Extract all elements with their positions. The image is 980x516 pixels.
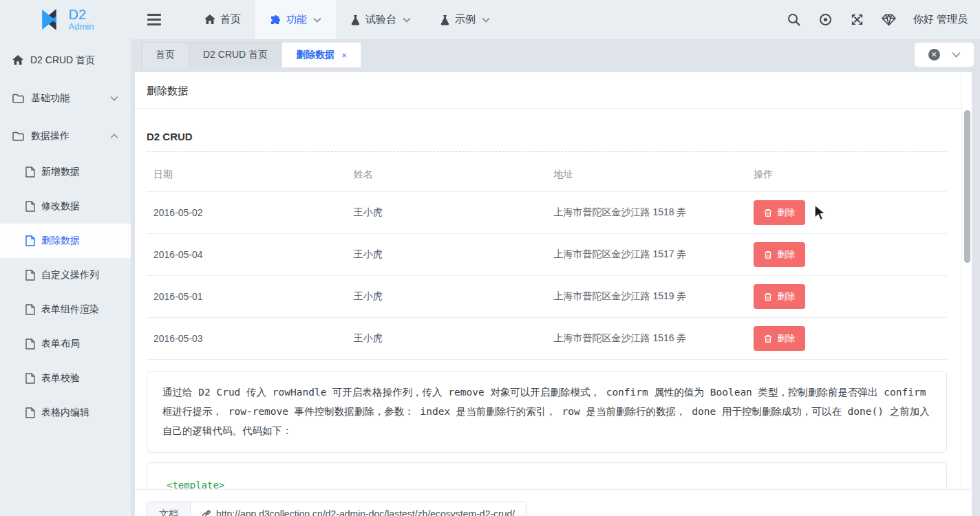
table-header-row: 日期 姓名 地址 操作 — [147, 155, 947, 192]
delete-button-label: 删除 — [777, 248, 795, 261]
fullscreen-button[interactable] — [844, 7, 871, 33]
tab-label: 删除数据 — [296, 49, 334, 61]
nav-item-features[interactable]: 功能 — [255, 0, 336, 39]
delete-button[interactable]: 删除 — [754, 326, 805, 351]
sidebar-item-label: 自定义操作列 — [41, 269, 99, 281]
sidebar-item-label: 表单布局 — [41, 338, 80, 350]
sidebar-item-label: 修改数据 — [41, 200, 80, 213]
nav-item-home[interactable]: 首页 — [190, 0, 255, 39]
trash-icon — [764, 250, 772, 259]
chevron-down-icon — [110, 96, 118, 101]
user-greeting[interactable]: 你好 管理员 — [908, 13, 968, 26]
cell-actions: 删除 — [747, 192, 947, 234]
cell-address: 上海市普陀区金沙江路 1518 弄 — [547, 192, 747, 234]
table-row: 2016-05-01 王小虎 上海市普陀区金沙江路 1519 弄 — [147, 276, 947, 318]
sidebar-item-custom-action-column[interactable]: 自定义操作列 — [0, 258, 131, 292]
cell-actions: 删除 — [747, 234, 947, 276]
sidebar-item-edit-data[interactable]: 修改数据 — [0, 189, 131, 224]
sidebar-group-basic[interactable]: 基础功能 — [0, 79, 131, 117]
nav-item-examples[interactable]: 示例 — [425, 0, 504, 39]
cell-date: 2016-05-04 — [147, 234, 347, 276]
sidebar-item-delete-data[interactable]: 删除数据 — [0, 224, 131, 258]
sidebar-item-label: 表单组件渲染 — [41, 303, 99, 316]
cell-date: 2016-05-03 — [147, 318, 347, 360]
file-icon — [25, 304, 35, 315]
top-header: D2 Admin 首页 功能 — [0, 0, 980, 39]
tab-close-icon[interactable]: × — [341, 50, 347, 61]
nav-item-playground[interactable]: 试验台 — [336, 0, 425, 39]
tab-crud-home[interactable]: D2 CRUD 首页 — [189, 42, 281, 67]
vertical-scrollbar[interactable] — [961, 72, 972, 516]
puzzle-icon — [270, 14, 281, 25]
tab-delete-data[interactable]: 删除数据 × — [281, 42, 361, 67]
trash-icon — [764, 292, 772, 301]
delete-button[interactable]: 删除 — [754, 242, 805, 267]
scrollbar-thumb[interactable] — [964, 110, 970, 263]
content-card: 删除数据 D2 CRUD 日期 姓名 地址 操作 — [135, 72, 972, 516]
delete-button-label: 删除 — [777, 206, 795, 219]
nav-label: 试验台 — [365, 13, 396, 26]
logo[interactable]: D2 Admin — [0, 0, 131, 39]
sidebar: D2 CRUD 首页 基础功能 数据操作 新增数据 — [0, 39, 131, 516]
search-icon — [787, 13, 800, 26]
sidebar-group-label: 基础功能 — [31, 92, 70, 105]
doc-label: 文档 — [147, 502, 191, 516]
header-actions: 你好 管理员 — [781, 0, 980, 39]
file-icon — [25, 235, 35, 246]
close-tabs-button[interactable]: ✕ — [928, 49, 940, 61]
sidebar-item-form-validation[interactable]: 表单校验 — [0, 361, 131, 396]
flask-icon — [440, 14, 450, 25]
log-button[interactable] — [813, 7, 839, 33]
cell-address: 上海市普陀区金沙江路 1516 弄 — [547, 318, 747, 360]
delete-button[interactable]: 删除 — [754, 284, 805, 309]
doc-link-group: 文档 http://app.d3collection.cn/d2-admin-d… — [147, 502, 526, 516]
theme-button[interactable] — [876, 7, 902, 33]
search-button[interactable] — [781, 7, 807, 33]
chevron-down-icon — [403, 17, 411, 23]
circle-dot-icon — [819, 13, 832, 26]
cell-name: 王小虎 — [347, 318, 547, 360]
sidebar-item-add-data[interactable]: 新增数据 — [0, 155, 131, 189]
cell-actions: 删除 — [747, 318, 947, 360]
trash-icon — [764, 334, 772, 343]
menu-toggle-button[interactable] — [138, 0, 171, 39]
sidebar-item-form-component-render[interactable]: 表单组件渲染 — [0, 292, 131, 327]
description-box: 通过给 D2 Crud 传入 rowHandle 可开启表格操作列，传入 rem… — [147, 371, 947, 453]
main-area: 首页 D2 CRUD 首页 删除数据 × ✕ 删除数 — [131, 39, 980, 516]
cell-name: 王小虎 — [347, 234, 547, 276]
table-row: 2016-05-02 王小虎 上海市普陀区金沙江路 1518 弄 — [147, 192, 947, 234]
column-header-date: 日期 — [147, 155, 347, 192]
tab-home[interactable]: 首页 — [141, 42, 189, 67]
gem-icon — [882, 14, 896, 26]
cell-name: 王小虎 — [347, 192, 547, 234]
sidebar-item-label: 删除数据 — [41, 235, 80, 247]
tab-options-button[interactable] — [952, 52, 961, 58]
delete-button-label: 删除 — [777, 290, 795, 303]
folder-icon — [12, 94, 24, 103]
cell-address: 上海市普陀区金沙江路 1519 弄 — [547, 276, 747, 318]
chevron-down-icon — [952, 52, 961, 58]
table-row: 2016-05-04 王小虎 上海市普陀区金沙江路 1517 弄 — [147, 234, 947, 276]
card-body: D2 CRUD 日期 姓名 地址 操作 2016-05-02 — [135, 131, 972, 516]
nav-label: 功能 — [286, 13, 307, 26]
open-tabs: 首页 D2 CRUD 首页 删除数据 × — [141, 42, 361, 67]
doc-url-text: http://app.d3collection.cn/d2-admin-doc/… — [216, 508, 515, 516]
sidebar-item-crud-home[interactable]: D2 CRUD 首页 — [0, 41, 131, 79]
delete-button[interactable]: 删除 — [754, 200, 805, 225]
file-icon — [25, 373, 35, 384]
sidebar-item-form-layout[interactable]: 表单布局 — [0, 327, 131, 361]
sidebar-group-label: 数据操作 — [31, 130, 70, 142]
tab-label: D2 CRUD 首页 — [203, 49, 268, 61]
logo-line1: D2 — [69, 8, 94, 22]
file-icon — [25, 201, 35, 212]
chevron-down-icon — [482, 17, 490, 23]
cell-date: 2016-05-01 — [147, 276, 347, 318]
sidebar-group-data-ops[interactable]: 数据操作 — [0, 117, 131, 155]
sidebar-item-table-inline-edit[interactable]: 表格内编辑 — [0, 396, 131, 430]
tab-label: 首页 — [156, 49, 175, 61]
home-icon — [12, 55, 23, 65]
tab-bar: 首页 D2 CRUD 首页 删除数据 × ✕ — [131, 39, 980, 67]
chevron-up-icon — [110, 133, 118, 139]
doc-url-link[interactable]: http://app.d3collection.cn/d2-admin-doc/… — [191, 502, 526, 516]
delete-button-label: 删除 — [777, 332, 795, 345]
